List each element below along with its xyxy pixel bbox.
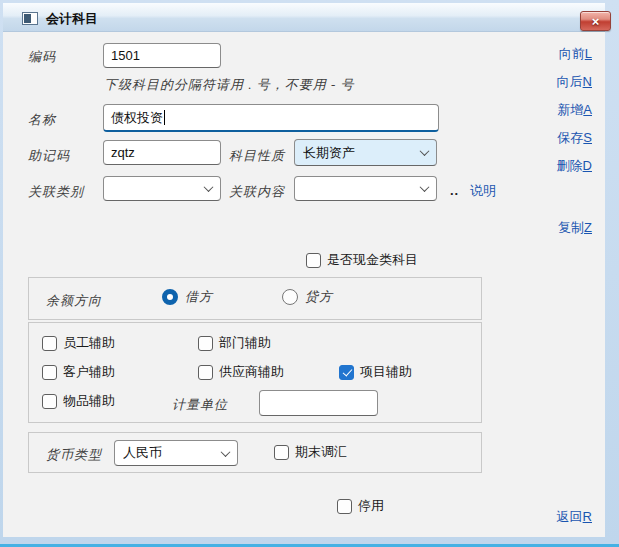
credit-radio[interactable]: 贷方 bbox=[282, 288, 333, 306]
delete-label: 删除 bbox=[557, 158, 583, 173]
supplier-aux-label: 供应商辅助 bbox=[219, 363, 284, 381]
browse-dots[interactable]: .. bbox=[450, 183, 459, 198]
next-key: N bbox=[583, 74, 592, 89]
next-label: 向后 bbox=[557, 74, 583, 89]
accounting-subject-dialog: 会计科目 × 编码 下级科目的分隔符请用 . 号，不要用 - 号 名称 债权投资… bbox=[0, 0, 619, 547]
name-input-value: 债权投资 bbox=[111, 109, 163, 127]
nature-label: 科目性质 bbox=[229, 147, 285, 165]
balance-direction-label: 余额方向 bbox=[46, 292, 102, 310]
cash-subject-checkbox[interactable]: 是否现金类科目 bbox=[306, 251, 418, 269]
page-title: 会计科目 bbox=[46, 10, 98, 28]
item-aux-label: 物品辅助 bbox=[63, 392, 115, 410]
project-aux-checkbox[interactable]: 项目辅助 bbox=[339, 363, 412, 381]
checkbox-box bbox=[306, 253, 321, 268]
save-key: S bbox=[583, 130, 592, 145]
code-hint: 下级科目的分隔符请用 . 号，不要用 - 号 bbox=[104, 76, 355, 94]
project-aux-label: 项目辅助 bbox=[360, 363, 412, 381]
rel-category-select[interactable] bbox=[103, 176, 221, 201]
employee-aux-checkbox[interactable]: 员工辅助 bbox=[42, 334, 115, 352]
rel-content-select[interactable] bbox=[294, 176, 437, 201]
currency-label: 货币类型 bbox=[46, 446, 102, 464]
department-aux-label: 部门辅助 bbox=[219, 334, 271, 352]
save-button[interactable]: 保存S bbox=[557, 129, 592, 147]
mnemonic-label: 助记码 bbox=[28, 147, 70, 165]
customer-aux-label: 客户辅助 bbox=[63, 363, 115, 381]
prev-label: 向前 bbox=[559, 46, 585, 61]
nature-select[interactable]: 长期资产 bbox=[294, 139, 437, 166]
checkbox-box bbox=[42, 365, 57, 380]
chevron-down-icon bbox=[204, 182, 214, 192]
add-button[interactable]: 新增A bbox=[557, 101, 592, 119]
add-key: A bbox=[583, 102, 592, 117]
window-icon bbox=[22, 12, 38, 25]
rel-category-label: 关联类别 bbox=[28, 183, 84, 201]
checkbox-box bbox=[198, 336, 213, 351]
credit-label: 贷方 bbox=[305, 288, 333, 306]
save-label: 保存 bbox=[557, 130, 583, 145]
fx-adjust-label: 期末调汇 bbox=[295, 443, 347, 461]
copy-key: Z bbox=[584, 220, 592, 235]
copy-button[interactable]: 复制Z bbox=[558, 219, 592, 237]
prev-button[interactable]: 向前L bbox=[559, 45, 592, 63]
name-input[interactable]: 债权投资 bbox=[103, 104, 439, 132]
title-bar[interactable]: 会计科目 × bbox=[3, 3, 605, 32]
radio-selected bbox=[162, 289, 178, 305]
delete-key: D bbox=[583, 158, 592, 173]
text-caret bbox=[164, 110, 165, 125]
checkbox-box bbox=[42, 394, 57, 409]
employee-aux-label: 员工辅助 bbox=[63, 334, 115, 352]
chevron-down-icon bbox=[221, 447, 231, 457]
department-aux-checkbox[interactable]: 部门辅助 bbox=[198, 334, 271, 352]
add-label: 新增 bbox=[557, 102, 583, 117]
delete-button[interactable]: 删除D bbox=[557, 157, 592, 175]
close-button[interactable]: × bbox=[580, 11, 611, 31]
supplier-aux-checkbox[interactable]: 供应商辅助 bbox=[198, 363, 284, 381]
debit-label: 借方 bbox=[185, 288, 213, 306]
next-button[interactable]: 向后N bbox=[557, 73, 592, 91]
unit-label: 计量单位 bbox=[172, 396, 228, 414]
fx-adjust-checkbox[interactable]: 期末调汇 bbox=[274, 443, 347, 461]
radio-unselected bbox=[282, 289, 298, 305]
name-label: 名称 bbox=[28, 111, 56, 129]
chevron-down-icon bbox=[420, 182, 430, 192]
disable-label: 停用 bbox=[358, 497, 384, 515]
checkbox-box bbox=[42, 336, 57, 351]
chevron-down-icon bbox=[420, 146, 430, 156]
back-key: R bbox=[583, 509, 592, 524]
debit-radio[interactable]: 借方 bbox=[162, 288, 213, 306]
unit-input[interactable] bbox=[259, 390, 378, 416]
currency-select[interactable]: 人民币 bbox=[114, 440, 238, 466]
help-link[interactable]: 说明 bbox=[470, 182, 496, 200]
checkbox-box bbox=[274, 445, 289, 460]
mnemonic-input[interactable] bbox=[103, 140, 221, 165]
disable-checkbox[interactable]: 停用 bbox=[337, 497, 384, 515]
back-button[interactable]: 返回R bbox=[557, 508, 592, 526]
currency-select-value: 人民币 bbox=[123, 444, 222, 462]
customer-aux-checkbox[interactable]: 客户辅助 bbox=[42, 363, 115, 381]
nature-select-value: 长期资产 bbox=[303, 144, 421, 162]
code-input[interactable] bbox=[103, 43, 221, 68]
copy-label: 复制 bbox=[558, 220, 584, 235]
rel-content-label: 关联内容 bbox=[229, 183, 285, 201]
item-aux-checkbox[interactable]: 物品辅助 bbox=[42, 392, 115, 410]
code-label: 编码 bbox=[28, 48, 56, 66]
checkbox-box bbox=[337, 499, 352, 514]
cash-subject-label: 是否现金类科目 bbox=[327, 251, 418, 269]
back-label: 返回 bbox=[557, 509, 583, 524]
checkbox-box-checked bbox=[339, 365, 354, 380]
checkbox-box bbox=[198, 365, 213, 380]
prev-key: L bbox=[585, 46, 592, 61]
